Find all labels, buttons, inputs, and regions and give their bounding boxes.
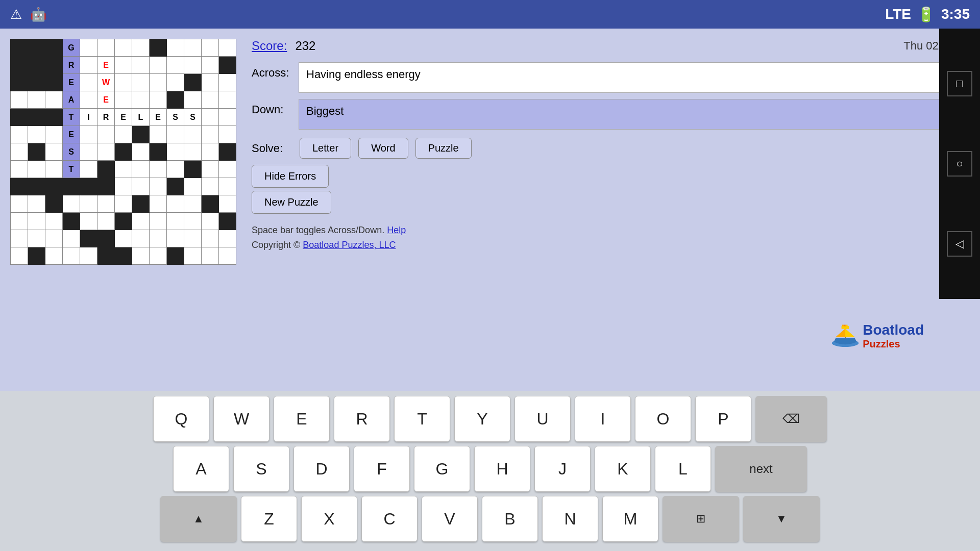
boatload-link[interactable]: Boatload Puzzles, LLC <box>303 240 396 250</box>
key-s[interactable]: S <box>233 446 289 492</box>
key-h[interactable]: H <box>474 446 530 492</box>
cell-12-11[interactable] <box>202 247 219 265</box>
cell-1-8[interactable] <box>150 57 167 74</box>
cell-5-11[interactable] <box>202 126 219 143</box>
cell-6-10[interactable] <box>184 143 202 161</box>
cell-9-5[interactable] <box>97 195 115 213</box>
cell-8-6[interactable] <box>115 178 132 195</box>
hide-errors-button[interactable]: Hide Errors <box>252 165 329 188</box>
cell-5-2[interactable] <box>45 126 63 143</box>
key-r[interactable]: R <box>334 396 390 442</box>
key-shift[interactable]: ▲ <box>160 496 237 542</box>
cell-5-12[interactable] <box>219 126 236 143</box>
key-u[interactable]: U <box>514 396 571 442</box>
cell-3-6[interactable] <box>115 91 132 109</box>
cell-7-7[interactable] <box>132 161 150 178</box>
key-l[interactable]: L <box>655 446 711 492</box>
cell-4-12[interactable] <box>219 109 236 126</box>
score-label[interactable]: Score: <box>252 39 287 53</box>
key-backspace[interactable]: ⌫ <box>755 396 827 442</box>
cell-9-6[interactable] <box>115 195 132 213</box>
cell-6-11[interactable] <box>202 143 219 161</box>
cell-10-2[interactable] <box>45 213 63 230</box>
cell-11-11[interactable] <box>202 230 219 247</box>
cell-11-0[interactable] <box>11 230 28 247</box>
cell-10-7[interactable] <box>132 213 150 230</box>
cell-12-7[interactable] <box>132 247 150 265</box>
cell-5-3[interactable]: E <box>63 126 80 143</box>
cell-4-11[interactable] <box>202 109 219 126</box>
cell-5-9[interactable] <box>167 126 184 143</box>
cell-8-10[interactable] <box>184 178 202 195</box>
cell-7-0[interactable] <box>11 161 28 178</box>
cell-5-8[interactable] <box>150 126 167 143</box>
key-w[interactable]: W <box>213 396 270 442</box>
solve-puzzle-button[interactable]: Puzzle <box>415 138 472 159</box>
key-down-arrow[interactable]: ▼ <box>743 496 820 542</box>
cell-2-12[interactable] <box>219 74 236 91</box>
cell-4-5[interactable]: R <box>97 109 115 126</box>
cell-0-9[interactable] <box>167 39 184 57</box>
cell-12-3[interactable] <box>63 247 80 265</box>
cell-1-6[interactable] <box>115 57 132 74</box>
key-g[interactable]: G <box>414 446 470 492</box>
key-n[interactable]: N <box>542 496 598 542</box>
new-puzzle-button[interactable]: New Puzzle <box>252 191 331 214</box>
grid-table[interactable]: G R E <box>10 39 236 265</box>
cell-9-12[interactable] <box>219 195 236 213</box>
cell-0-4[interactable] <box>80 39 97 57</box>
circle-nav-button[interactable]: ○ <box>947 151 972 177</box>
key-e[interactable]: E <box>274 396 330 442</box>
cell-10-1[interactable] <box>28 213 45 230</box>
cell-2-9[interactable] <box>167 74 184 91</box>
cell-11-12[interactable] <box>219 230 236 247</box>
cell-1-3[interactable]: R <box>63 57 80 74</box>
key-t[interactable]: T <box>394 396 450 442</box>
cell-9-9[interactable] <box>167 195 184 213</box>
cell-7-2[interactable] <box>45 161 63 178</box>
cell-3-0[interactable] <box>11 91 28 109</box>
square-nav-button[interactable]: □ <box>947 71 972 96</box>
cell-10-9[interactable] <box>167 213 184 230</box>
cell-4-6[interactable]: E <box>115 109 132 126</box>
cell-6-0[interactable] <box>11 143 28 161</box>
across-clue-box[interactable]: Having endless energy <box>299 62 970 93</box>
cell-6-2[interactable] <box>45 143 63 161</box>
cell-10-4[interactable] <box>80 213 97 230</box>
help-link[interactable]: Help <box>387 225 406 235</box>
cell-7-1[interactable] <box>28 161 45 178</box>
key-grid[interactable]: ⊞ <box>663 496 739 542</box>
cell-4-9[interactable]: S <box>167 109 184 126</box>
cell-0-11[interactable] <box>202 39 219 57</box>
cell-1-4[interactable] <box>80 57 97 74</box>
cell-12-12[interactable] <box>219 247 236 265</box>
cell-7-3[interactable]: T <box>63 161 80 178</box>
cell-8-8[interactable] <box>150 178 167 195</box>
cell-2-11[interactable] <box>202 74 219 91</box>
key-j[interactable]: J <box>534 446 591 492</box>
cell-0-7[interactable] <box>132 39 150 57</box>
cell-9-3[interactable] <box>63 195 80 213</box>
key-a[interactable]: A <box>173 446 229 492</box>
cell-1-11[interactable] <box>202 57 219 74</box>
cell-6-4[interactable] <box>80 143 97 161</box>
cell-11-3[interactable] <box>63 230 80 247</box>
cell-8-7[interactable] <box>132 178 150 195</box>
cell-7-11[interactable] <box>202 161 219 178</box>
key-y[interactable]: Y <box>454 396 510 442</box>
cell-5-4[interactable] <box>80 126 97 143</box>
solve-letter-button[interactable]: Letter <box>300 138 351 159</box>
cell-2-6[interactable] <box>115 74 132 91</box>
cell-11-2[interactable] <box>45 230 63 247</box>
cell-0-12[interactable] <box>219 39 236 57</box>
cell-3-2[interactable] <box>45 91 63 109</box>
cell-8-12[interactable] <box>219 178 236 195</box>
cell-12-10[interactable] <box>184 247 202 265</box>
key-i[interactable]: I <box>575 396 631 442</box>
cell-3-4[interactable] <box>80 91 97 109</box>
cell-6-7[interactable] <box>132 143 150 161</box>
cell-8-11[interactable] <box>202 178 219 195</box>
cell-4-10[interactable]: S <box>184 109 202 126</box>
cell-10-8[interactable] <box>150 213 167 230</box>
cell-11-9[interactable] <box>167 230 184 247</box>
